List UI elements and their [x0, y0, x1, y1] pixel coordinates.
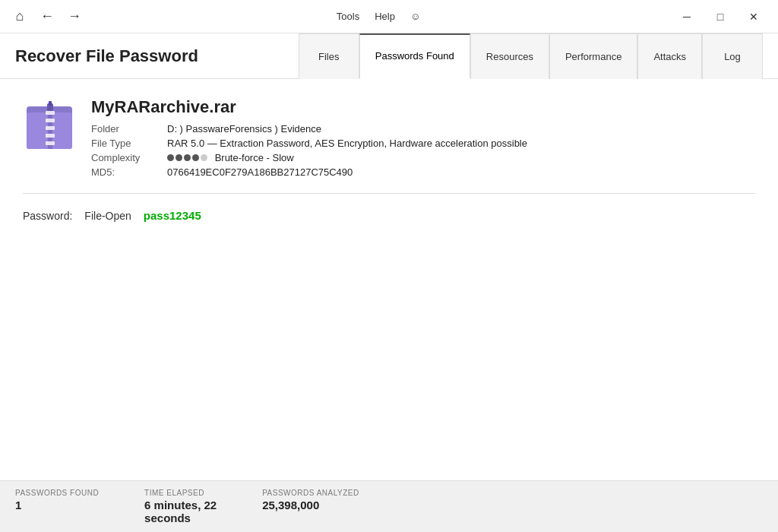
svg-rect-7 [46, 141, 55, 145]
tab-log[interactable]: Log [702, 33, 763, 79]
home-icon[interactable]: ⌂ [9, 6, 30, 27]
forward-icon[interactable]: → [64, 6, 85, 27]
complexity-text: Brute-force - Slow [215, 152, 294, 163]
svg-rect-4 [46, 119, 55, 122]
md5-value: 0766419EC0F279A186BB27127C75C490 [167, 166, 527, 178]
file-meta: Folder D: ) PasswareForensics ) Evidence… [91, 123, 527, 178]
tab-attacks[interactable]: Attacks [637, 33, 702, 79]
tab-resources[interactable]: Resources [470, 33, 549, 79]
file-name: MyRARarchive.rar [91, 97, 527, 117]
app-header: Recover File Password Files Passwords Fo… [0, 33, 778, 79]
svg-rect-5 [46, 126, 55, 130]
tools-menu[interactable]: Tools [337, 11, 359, 22]
minimize-button[interactable]: ─ [672, 5, 702, 28]
status-bar: PASSWORDS FOUND 1 TIME ELAPSED 6 minutes… [0, 480, 778, 532]
passwords-analyzed-label: PASSWORDS ANALYZED [262, 489, 359, 497]
password-row: Password: File-Open pass12345 [23, 206, 755, 225]
folder-label: Folder [91, 123, 167, 135]
window-controls: ─ □ ✕ [672, 5, 769, 28]
complexity-label: Complexity [91, 152, 167, 163]
dot-5 [201, 154, 207, 161]
stat-passwords-found: PASSWORDS FOUND 1 [15, 489, 99, 511]
main-content: MyRARarchive.rar Folder D: ) PasswareFor… [0, 79, 778, 480]
filetype-label: File Type [91, 138, 167, 149]
title-bar-left: ⌂ ← → [9, 6, 85, 27]
time-elapsed-value: 6 minutes, 22 seconds [144, 499, 217, 524]
time-elapsed-label: TIME ELAPSED [144, 489, 217, 497]
help-menu[interactable]: Help [375, 11, 395, 22]
password-label: Password: [23, 210, 72, 222]
complexity-dots [167, 154, 207, 161]
dot-4 [192, 154, 199, 161]
complexity-value: Brute-force - Slow [167, 152, 527, 163]
svg-rect-3 [46, 111, 55, 115]
password-type: File-Open [84, 210, 131, 222]
file-icon [23, 97, 76, 158]
tab-performance[interactable]: Performance [549, 33, 637, 79]
title-bar: ⌂ ← → Tools Help ☺ ─ □ ✕ [0, 0, 778, 33]
file-details: MyRARarchive.rar Folder D: ) PasswareFor… [91, 97, 527, 178]
password-value: pass12345 [144, 209, 201, 222]
dot-3 [184, 154, 191, 161]
stat-time-elapsed: TIME ELAPSED 6 minutes, 22 seconds [144, 489, 217, 524]
title-bar-menu: Tools Help ☺ [337, 11, 420, 22]
dot-1 [167, 154, 174, 161]
app-title: Recover File Password [15, 46, 198, 66]
smile-icon[interactable]: ☺ [410, 11, 420, 22]
passwords-analyzed-value: 25,398,000 [262, 499, 359, 511]
dot-2 [176, 154, 182, 161]
svg-rect-9 [49, 101, 52, 106]
folder-value: D: ) PasswareForensics ) Evidence [167, 123, 527, 135]
tabs: Files Passwords Found Resources Performa… [299, 33, 763, 79]
svg-rect-6 [46, 134, 55, 138]
maximize-button[interactable]: □ [705, 5, 735, 28]
close-button[interactable]: ✕ [738, 5, 769, 28]
file-info: MyRARarchive.rar Folder D: ) PasswareFor… [23, 97, 755, 178]
stat-passwords-analyzed: PASSWORDS ANALYZED 25,398,000 [262, 489, 359, 511]
tab-passwords-found[interactable]: Passwords Found [359, 33, 470, 79]
tab-files[interactable]: Files [299, 33, 359, 79]
passwords-found-label: PASSWORDS FOUND [15, 489, 99, 497]
divider [23, 193, 755, 194]
passwords-found-value: 1 [15, 499, 99, 511]
back-icon[interactable]: ← [36, 6, 58, 27]
md5-label: MD5: [91, 166, 167, 178]
filetype-value: RAR 5.0 — Extraction Password, AES Encry… [167, 138, 527, 149]
